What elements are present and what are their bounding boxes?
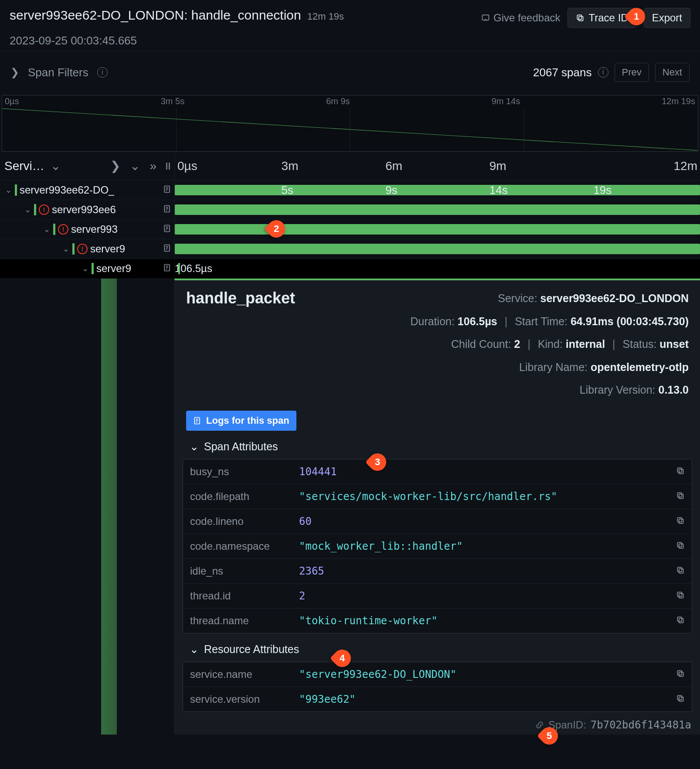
- log-icon[interactable]: [163, 244, 172, 252]
- info-icon[interactable]: i: [598, 67, 608, 78]
- svg-rect-14: [679, 519, 683, 523]
- copy-icon[interactable]: [672, 590, 685, 602]
- chevron-right-icon[interactable]: ❯: [110, 159, 120, 173]
- copy-icon[interactable]: [672, 693, 685, 705]
- chevron-down-icon[interactable]: ⌄: [51, 159, 61, 173]
- attribute-value: "993ee62": [299, 693, 672, 705]
- copy-icon[interactable]: [672, 490, 685, 503]
- next-button[interactable]: Next: [655, 63, 690, 82]
- attribute-key: code.namespace: [190, 540, 299, 552]
- ruler-tick: 0µs: [177, 159, 282, 173]
- tree-header-label: Servi…: [4, 159, 44, 173]
- log-icon[interactable]: [163, 204, 172, 213]
- trace-minimap[interactable]: 0µs3m 5s6m 9s9m 14s12m 19s: [2, 95, 698, 152]
- span-bar-cell[interactable]: [174, 200, 700, 220]
- trace-title: server993ee62-DO_LONDON: handle_connecti…: [10, 8, 301, 23]
- svg-rect-1: [578, 17, 583, 21]
- attribute-row: idle_ns2365: [183, 558, 692, 583]
- svg-rect-25: [677, 670, 682, 675]
- span-bar: [175, 224, 700, 235]
- span-bar: [175, 204, 700, 215]
- svg-rect-2: [577, 15, 581, 19]
- export-button[interactable]: Export: [644, 8, 690, 28]
- double-chevron-down-icon[interactable]: ⌄: [130, 159, 140, 173]
- span-id-value: 7b702bd6f143481a: [591, 719, 691, 731]
- trace-timestamp: 2023-09-25 00:03:45.665: [0, 32, 700, 51]
- ruler-tick: 6m: [385, 159, 489, 173]
- span-attributes-header[interactable]: ⌄ Span Attributes: [175, 431, 700, 459]
- svg-rect-21: [677, 592, 682, 596]
- log-icon[interactable]: [163, 263, 172, 272]
- span-bar: [178, 263, 180, 274]
- attribute-value: 104441: [299, 466, 672, 478]
- chevron-down-icon[interactable]: ⌄: [43, 225, 51, 234]
- attribute-value: 2: [299, 590, 672, 602]
- span-color-mark: [72, 243, 75, 255]
- span-bar-cell[interactable]: 106.5µs: [174, 259, 700, 279]
- span-name: server9: [96, 262, 131, 275]
- copy-icon[interactable]: [672, 565, 685, 577]
- link-icon[interactable]: [535, 721, 544, 729]
- chevron-down-icon[interactable]: ⌄: [62, 244, 70, 254]
- span-name: server993ee62-DO_: [20, 184, 114, 196]
- info-icon[interactable]: i: [97, 67, 108, 78]
- span-tree-row[interactable]: ⌄server993ee62-DO_: [0, 180, 174, 200]
- chevron-down-icon[interactable]: ⌄: [24, 205, 31, 214]
- chevron-down-icon: ⌄: [190, 440, 199, 453]
- log-icon[interactable]: [163, 224, 172, 233]
- copy-icon[interactable]: [672, 515, 685, 527]
- copy-icon[interactable]: [672, 466, 685, 478]
- copy-icon[interactable]: [672, 615, 685, 627]
- resource-attributes-table: service.name"server993ee62-DO_LONDON"ser…: [183, 662, 692, 712]
- chevron-right-icon[interactable]: ❯: [10, 66, 19, 78]
- span-bar-cell[interactable]: [174, 239, 700, 259]
- svg-rect-13: [677, 493, 682, 497]
- span-duration-label: 106.5µs: [175, 262, 212, 275]
- prev-button[interactable]: Prev: [615, 63, 649, 82]
- chevron-down-icon[interactable]: ⌄: [81, 264, 89, 273]
- span-tree-row[interactable]: ⌄!server993: [0, 220, 174, 239]
- attribute-row: code.filepath"services/mock-worker-lib/s…: [183, 484, 692, 509]
- svg-rect-22: [679, 618, 683, 623]
- span-bar-cell[interactable]: 5s9s14s19s: [174, 180, 700, 200]
- copy-icon[interactable]: [672, 540, 685, 552]
- attribute-key: busy_ns: [190, 466, 299, 478]
- svg-rect-15: [677, 517, 682, 522]
- logs-for-span-button[interactable]: Logs for this span: [186, 411, 296, 431]
- attribute-value: 2365: [299, 565, 672, 577]
- svg-rect-26: [679, 697, 683, 701]
- minimap-tick: 6m 9s: [326, 96, 350, 106]
- span-tree-row[interactable]: ⌄!server993ee6: [0, 200, 174, 220]
- span-tree-row[interactable]: ⌄server9: [0, 259, 174, 279]
- span-color-mark: [34, 204, 36, 215]
- copy-icon[interactable]: [672, 668, 685, 681]
- error-icon: !: [58, 224, 68, 235]
- attribute-key: code.filepath: [190, 490, 299, 503]
- trace-id-button[interactable]: Trace ID: [567, 8, 637, 28]
- double-chevron-right-icon[interactable]: »: [150, 159, 156, 173]
- minimap-tick: 0µs: [5, 96, 19, 106]
- attribute-key: service.name: [190, 668, 299, 681]
- span-bar-cell[interactable]: [174, 220, 700, 239]
- attribute-key: thread.id: [190, 590, 299, 602]
- span-color-mark: [92, 263, 94, 274]
- span-bar: [175, 244, 700, 254]
- log-icon[interactable]: [163, 185, 172, 194]
- span-id-label: SpanID:: [548, 719, 586, 731]
- resource-attributes-header[interactable]: ⌄ Resource Attributes: [175, 633, 700, 662]
- attribute-row: busy_ns104441: [183, 459, 692, 484]
- span-filters-label[interactable]: Span Filters: [28, 66, 88, 79]
- trace-duration: 12m 19s: [307, 11, 344, 22]
- feedback-icon: [481, 14, 490, 22]
- span-detail-title: handle_packet: [186, 289, 295, 307]
- attribute-key: service.version: [190, 693, 299, 705]
- svg-rect-16: [679, 544, 683, 548]
- span-color-mark: [15, 184, 17, 196]
- give-feedback-link[interactable]: Give feedback: [481, 12, 560, 24]
- svg-rect-17: [677, 542, 682, 547]
- attribute-key: code.lineno: [190, 515, 299, 527]
- span-tree-row[interactable]: ⌄!server9: [0, 239, 174, 259]
- chevron-down-icon[interactable]: ⌄: [4, 185, 12, 195]
- attribute-row: service.version"993ee62": [183, 687, 692, 711]
- pause-icon[interactable]: [166, 163, 170, 170]
